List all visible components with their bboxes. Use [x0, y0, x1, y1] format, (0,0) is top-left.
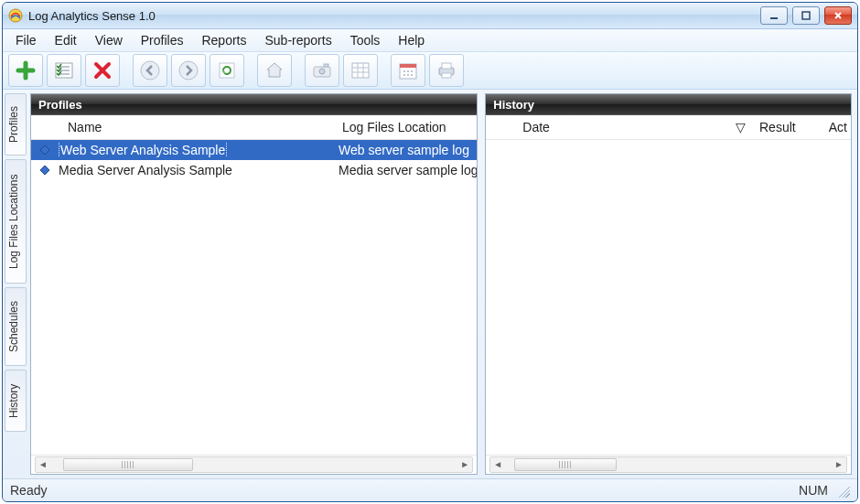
history-hscroll[interactable]: ◄ ►	[486, 455, 851, 474]
row-icon	[31, 165, 59, 176]
history-panel-title: History	[486, 94, 851, 115]
scroll-right-icon[interactable]: ►	[832, 457, 846, 470]
back-icon	[139, 59, 161, 81]
history-rows	[486, 140, 851, 455]
forward-icon	[177, 59, 199, 81]
home-icon	[264, 60, 285, 80]
toolbar-refresh-button[interactable]	[210, 54, 244, 87]
sidetab-log-files-locations[interactable]: Log Files Locations	[5, 159, 27, 284]
toolbar-add-button[interactable]	[8, 54, 43, 87]
window-title: Log Analytics Sense 1.0	[28, 9, 760, 23]
svg-rect-14	[442, 63, 451, 69]
refresh-icon	[218, 61, 236, 80]
menu-edit[interactable]: Edit	[46, 31, 86, 49]
checklist-icon	[54, 60, 74, 80]
status-num: NUM	[799, 483, 828, 498]
scroll-left-icon[interactable]: ◄	[490, 457, 505, 470]
toolbar-calendar-button[interactable]	[391, 54, 425, 87]
svg-rect-15	[442, 73, 451, 78]
print-icon	[436, 60, 457, 80]
menu-profiles[interactable]: Profiles	[132, 31, 193, 49]
menu-reports[interactable]: Reports	[192, 31, 255, 49]
scroll-left-icon[interactable]: ◄	[36, 457, 50, 470]
row-icon	[31, 145, 59, 155]
history-panel: History Date ▽ Result Act ◄ ►	[485, 93, 852, 475]
plus-icon	[15, 59, 37, 81]
row-location: Media server sample log	[339, 163, 477, 177]
menu-subreports[interactable]: Sub-reports	[256, 31, 341, 49]
sort-desc-icon: ▽	[736, 120, 746, 134]
profiles-col-name[interactable]: Name	[31, 120, 333, 134]
svg-point-8	[319, 69, 325, 74]
profiles-hscroll[interactable]: ◄ ►	[31, 455, 477, 474]
svg-rect-2	[802, 12, 810, 19]
toolbar-back-button[interactable]	[133, 54, 167, 87]
diamond-icon	[39, 145, 50, 155]
menubar: File Edit View Profiles Reports Sub-repo…	[3, 29, 857, 52]
svg-rect-6	[220, 63, 234, 78]
profiles-rows: Web Server Analysis Sample Web server sa…	[31, 140, 477, 455]
titlebar[interactable]: Log Analytics Sense 1.0	[3, 3, 857, 29]
window-buttons	[760, 6, 852, 25]
app-window: Log Analytics Sense 1.0 File Edit View P…	[2, 2, 858, 502]
statusbar: Ready NUM	[3, 478, 857, 501]
maximize-button[interactable]	[792, 6, 820, 25]
profiles-col-location[interactable]: Log Files Location	[333, 120, 477, 134]
camera-icon	[312, 61, 332, 80]
history-columns: Date ▽ Result Act	[486, 115, 851, 140]
grid-icon	[351, 62, 370, 79]
close-button[interactable]	[824, 6, 852, 25]
toolbar-camera-button[interactable]	[305, 54, 339, 87]
menu-tools[interactable]: Tools	[341, 31, 390, 49]
table-row[interactable]: Web Server Analysis Sample Web server sa…	[31, 140, 477, 160]
svg-rect-9	[324, 64, 328, 67]
svg-rect-10	[352, 63, 369, 78]
sidetab-history[interactable]: History	[5, 370, 27, 432]
menu-file[interactable]: File	[6, 31, 46, 49]
resize-grip-icon[interactable]	[835, 483, 850, 498]
profiles-columns: Name Log Files Location	[31, 115, 477, 140]
svg-point-5	[179, 61, 198, 80]
scroll-right-icon[interactable]: ►	[457, 457, 472, 470]
table-row[interactable]: Media Server Analysis Sample Media serve…	[31, 160, 477, 180]
toolbar	[3, 52, 857, 90]
calendar-icon	[398, 60, 418, 80]
row-name: Web Server Analysis Sample	[59, 143, 339, 157]
diamond-icon	[39, 165, 50, 176]
sidetab-profiles[interactable]: Profiles	[5, 93, 27, 155]
row-location: Web server sample log	[339, 143, 477, 157]
scroll-thumb[interactable]	[63, 458, 193, 471]
sidetab-schedules[interactable]: Schedules	[5, 287, 27, 366]
svg-point-4	[141, 61, 159, 80]
profiles-panel: Profiles Name Log Files Location Web Ser…	[30, 93, 478, 475]
toolbar-home-button[interactable]	[257, 54, 292, 87]
menu-help[interactable]: Help	[389, 31, 434, 49]
toolbar-print-button[interactable]	[429, 54, 464, 87]
svg-rect-12	[400, 64, 416, 68]
app-icon	[8, 8, 23, 23]
workspace: Profiles Log Files Locations Schedules H…	[3, 90, 857, 478]
menu-view[interactable]: View	[86, 31, 132, 49]
history-col-sort[interactable]: ▽	[726, 120, 750, 134]
history-col-result[interactable]: Result	[750, 120, 814, 134]
toolbar-forward-button[interactable]	[171, 54, 206, 87]
x-icon	[92, 60, 113, 80]
history-col-date[interactable]: Date	[486, 120, 726, 134]
side-tabs: Profiles Log Files Locations Schedules H…	[3, 90, 28, 478]
status-left: Ready	[10, 483, 47, 498]
toolbar-checklist-button[interactable]	[47, 54, 81, 87]
row-name: Media Server Analysis Sample	[59, 163, 339, 177]
toolbar-delete-button[interactable]	[85, 54, 120, 87]
panels: Profiles Name Log Files Location Web Ser…	[28, 90, 857, 478]
history-col-actions[interactable]: Act	[814, 120, 851, 134]
minimize-button[interactable]	[760, 6, 788, 25]
profiles-panel-title: Profiles	[31, 94, 477, 115]
svg-rect-1	[770, 17, 778, 19]
scroll-thumb[interactable]	[514, 458, 617, 471]
toolbar-grid-button[interactable]	[343, 54, 378, 87]
